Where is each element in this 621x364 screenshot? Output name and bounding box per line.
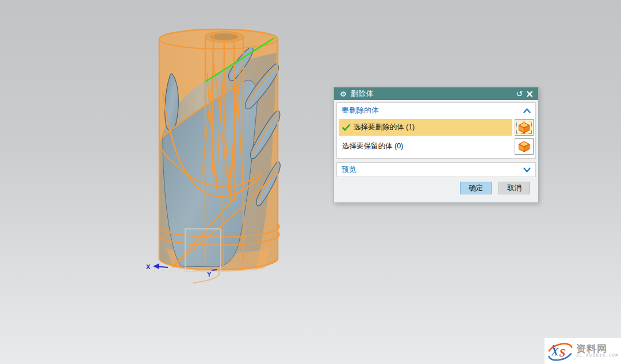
xs-logo-icon: X S <box>546 339 575 363</box>
dialog-footer: 确定 取消 <box>336 177 536 204</box>
section-label: 要删除的体 <box>342 105 523 116</box>
select-body-button[interactable] <box>515 138 534 155</box>
section-header-bodies-to-delete[interactable]: 要删除的体 <box>337 103 535 118</box>
cube-icon <box>518 122 530 133</box>
watermark-logo: X S 资料网 ZL.XS1616.COM <box>545 338 621 364</box>
delete-body-dialog: ⚙ 删除体 ↺ × 要删除的体 选择要删除的体 ( <box>334 87 539 203</box>
group-preview: 预览 <box>336 162 536 177</box>
watermark-site-name: 资料网 <box>576 344 619 354</box>
svg-text:X: X <box>551 346 559 358</box>
gear-icon: ⚙ <box>340 90 347 98</box>
watermark-site-url: ZL.XS1616.COM <box>576 354 619 358</box>
axis-x-label: X <box>146 263 151 270</box>
cancel-button[interactable]: 取消 <box>499 182 530 194</box>
dialog-title: 删除体 <box>351 89 374 99</box>
section-label: 预览 <box>342 164 523 175</box>
axis-y-label: Y <box>207 271 212 278</box>
check-icon <box>342 124 350 131</box>
section-header-preview[interactable]: 预览 <box>337 163 535 177</box>
row-select-bodies-to-delete[interactable]: 选择要删除的体 (1) <box>337 118 535 137</box>
reset-icon[interactable]: ↺ <box>514 90 524 98</box>
datum-plane-outline <box>185 229 221 271</box>
model-inner-tube <box>205 32 243 42</box>
select-body-button-active[interactable] <box>515 119 534 136</box>
close-icon[interactable]: × <box>524 89 535 99</box>
group-bodies-to-delete: 要删除的体 选择要删除的体 (1) <box>336 102 536 159</box>
row-label: 选择要删除的体 (1) <box>354 122 415 132</box>
ok-button[interactable]: 确定 <box>460 182 492 194</box>
chevron-up-icon[interactable] <box>523 108 531 113</box>
row-select-bodies-to-keep[interactable]: 选择要保留的体 (0) <box>337 137 535 156</box>
axis-x-arrowhead <box>153 263 159 269</box>
axis-y-arrow-line <box>212 270 217 270</box>
dialog-titlebar[interactable]: ⚙ 删除体 ↺ × <box>334 87 538 100</box>
row-label: 选择要保留的体 (0) <box>342 141 403 151</box>
cube-icon <box>518 141 530 152</box>
svg-text:S: S <box>559 347 566 359</box>
chevron-down-icon[interactable] <box>523 167 531 173</box>
model-delete-body[interactable] <box>159 29 280 283</box>
